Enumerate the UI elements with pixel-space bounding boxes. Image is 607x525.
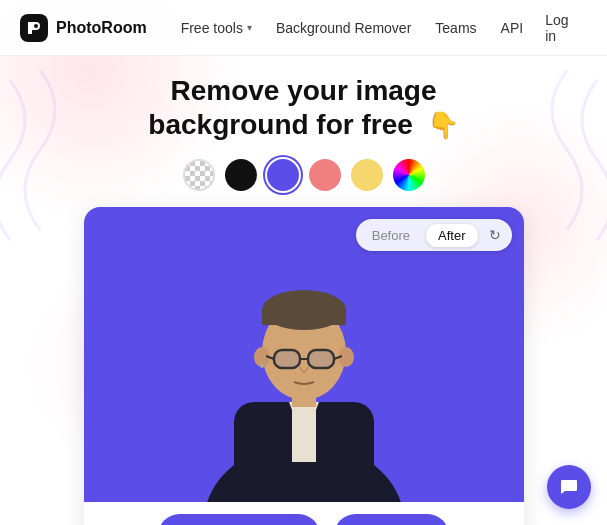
swatch-transparent[interactable] [183,159,215,191]
before-after-toggle: Before After ↻ [356,219,512,251]
nav-api[interactable]: API [491,14,534,42]
svg-rect-5 [292,402,316,462]
after-button[interactable]: After [426,224,477,247]
chat-icon [558,476,580,498]
image-card: Before After ↻ [84,207,524,525]
hero-headline: Remove your image background for free 👇 [148,74,458,141]
download-button[interactable]: ⬇ Download [158,514,319,525]
nav-free-tools[interactable]: Free tools ▾ [171,14,262,42]
before-button[interactable]: Before [360,224,422,247]
nav-links: Free tools ▾ Background Remover Teams AP… [171,14,533,42]
login-button[interactable]: Log in [533,6,587,50]
chevron-down-icon: ▾ [247,22,252,33]
swatch-black[interactable] [225,159,257,191]
svg-rect-18 [309,351,333,367]
headline-line1: Remove your image [170,74,436,108]
nav-teams[interactable]: Teams [425,14,486,42]
action-bar: ⬇ Download ✎ Edit [84,502,524,525]
swatch-purple[interactable] [267,159,299,191]
logo[interactable]: PhotoRoom [20,14,147,42]
navbar: PhotoRoom Free tools ▾ Background Remove… [0,0,607,56]
chat-bubble-button[interactable] [547,465,591,509]
svg-point-1 [34,24,38,28]
edit-button[interactable]: ✎ Edit [334,514,449,525]
svg-rect-17 [275,351,299,367]
svg-point-19 [258,352,266,364]
person-illustration [174,212,434,502]
nav-background-remover[interactable]: Background Remover [266,14,421,42]
color-swatches [183,159,425,191]
photoroom-logo-icon [20,14,48,42]
refresh-button[interactable]: ↻ [482,222,508,248]
svg-rect-9 [262,310,346,325]
svg-point-20 [260,364,264,368]
headline-emoji: 👇 [427,110,459,141]
swatch-colorful[interactable] [393,159,425,191]
main-content: Remove your image background for free 👇 … [0,56,607,525]
headline-line2: background for free 👇 [148,108,458,142]
swatch-pink[interactable] [309,159,341,191]
swatch-yellow[interactable] [351,159,383,191]
person-image-area [84,207,524,502]
logo-text: PhotoRoom [56,19,147,37]
